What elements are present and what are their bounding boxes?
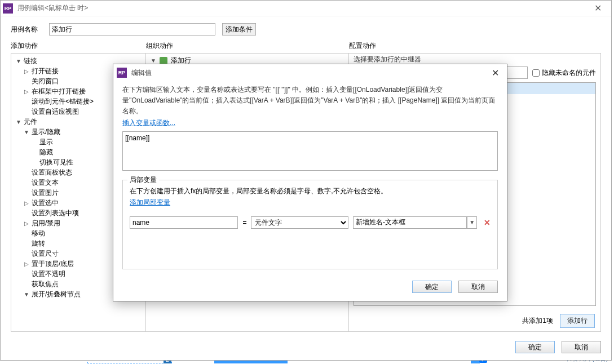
tree-item-label: 链接 [23,56,37,66]
tree-item-label: 设置尺寸 [30,249,59,259]
edit-value-dialog: RP 编辑值 ✕ 在下方编辑区输入文本，变量名称或表达式要写在 "[[""]]"… [113,64,507,301]
tree-item-label: 展开/折叠树节点 [30,290,81,299]
fieldset-legend: 局部变量 [127,175,159,185]
tree-item-label: 获取焦点 [30,279,59,289]
outer-footer: 确定 取消 [515,341,601,353]
inner-footer: 确定 取消 [113,276,507,301]
col-header-configure: 配置动作 [349,41,601,53]
tree-item-label: 设置图片 [30,188,59,198]
chevron-down-icon[interactable]: ▼ [15,119,23,125]
local-vars-desc: 在下方创建用于插入fx的局部变量，局部变量名称必须是字母、数字,不允许包含空格。 [130,186,491,197]
case-name-row: 用例名称 添加条件 [11,23,601,35]
add-row-button[interactable]: 添加行 [560,314,595,328]
chevron-down-icon[interactable]: ▼ [23,129,30,135]
tree-item-label: 设置文本 [30,178,59,188]
inner-titlebar: RP 编辑值 ✕ [113,64,507,81]
case-name-input[interactable] [49,23,215,35]
tree-item-label: 设置选中 [30,198,59,208]
configure-footer: 共添加1项 添加行 [349,310,600,331]
col-header-organize: 组织动作 [146,41,349,53]
expression-textarea[interactable] [122,131,498,171]
chevron-right-icon[interactable]: ▷ [23,68,30,74]
tree-item-label: 切换可见性 [38,158,73,167]
outer-ok-button[interactable]: 确定 [515,341,555,353]
col-header-add-action: 添加动作 [11,41,146,53]
chevron-down-icon[interactable]: ▼ [15,58,23,64]
hide-unnamed-label: 隐藏未命名的元件 [542,68,596,78]
expression-desc: 在下方编辑区输入文本，变量名称或表达式要写在 "[[""]]" 中。例如：插入变… [122,85,498,117]
rp-logo-icon: RP [3,3,13,14]
hide-unnamed-wrap[interactable]: 隐藏未命名的元件 [532,68,596,78]
chevron-right-icon[interactable]: ▷ [23,200,30,206]
tree-item-label: 置于顶层/底层 [30,259,74,269]
inner-ok-button[interactable]: 确定 [412,281,452,293]
var-target-input[interactable] [353,216,467,229]
tree-item-label: 隐藏 [38,148,53,157]
local-var-row: = 元件文字 ▼ ✕ [130,216,491,229]
chevron-right-icon[interactable]: ▷ [23,88,30,95]
configure-label: 选择要添加行的中继器 [349,54,600,64]
tree-item-label: 滚动到元件<锚链接> [30,97,94,106]
close-icon[interactable]: ✕ [487,64,503,81]
equals-sign: = [242,219,246,227]
delete-var-icon[interactable]: ✕ [484,218,491,227]
tree-item-label: 设置面板状态 [30,168,72,177]
chevron-right-icon[interactable]: ▷ [23,220,30,227]
chevron-down-icon[interactable]: ▼ [23,291,30,298]
inner-body: 在下方编辑区输入文本，变量名称或表达式要写在 "[[""]]" 中。例如：插入变… [113,81,507,276]
add-local-var-link[interactable]: 添加局部变量 [130,198,170,207]
outer-titlebar: RP 用例编辑<鼠标单击 时> ✕ [1,1,611,16]
outer-dialog-title: 用例编辑<鼠标单击 时> [17,3,586,13]
tree-item-label: 在框架中打开链接 [30,87,86,96]
tree-item-label: 启用/禁用 [30,219,60,228]
add-condition-button[interactable]: 添加条件 [222,23,256,35]
tree-item-label: 移动 [30,229,45,238]
tree-item-label: 设置自适应视图 [30,107,79,117]
local-vars-fieldset: 局部变量 在下方创建用于插入fx的局部变量，局部变量名称必须是字母、数字,不允许… [122,180,498,269]
chevron-down-icon[interactable]: ▼ [467,216,477,229]
case-name-label: 用例名称 [11,25,42,34]
inner-cancel-button[interactable]: 取消 [458,281,498,293]
tree-item-label: 设置列表选中项 [30,208,79,218]
inner-dialog-title: 编辑值 [131,68,487,78]
tree-item-label: 元件 [23,117,37,127]
tree-item-label: 显示/隐藏 [30,127,60,137]
chevron-down-icon: ▼ [151,57,156,64]
outer-cancel-button[interactable]: 取消 [562,341,601,353]
total-added-label: 共添加1项 [522,316,553,326]
tree-item-label: 关闭窗口 [30,77,59,86]
var-name-input[interactable] [130,216,238,229]
hide-unnamed-checkbox[interactable] [532,69,540,77]
var-type-select[interactable]: 元件文字 [251,216,348,229]
tree-item-label: 打开链接 [30,66,59,76]
close-icon[interactable]: ✕ [586,1,609,16]
tree-item-label: 设置不透明 [30,269,65,279]
chevron-right-icon[interactable]: ▷ [23,261,30,267]
rp-logo-icon: RP [117,68,127,78]
columns-header: 添加动作 组织动作 配置动作 [11,41,601,53]
tree-item-label: 显示 [38,137,53,147]
insert-var-func-link[interactable]: 插入变量或函数... [122,118,498,128]
tree-item-label: 旋转 [30,239,45,248]
